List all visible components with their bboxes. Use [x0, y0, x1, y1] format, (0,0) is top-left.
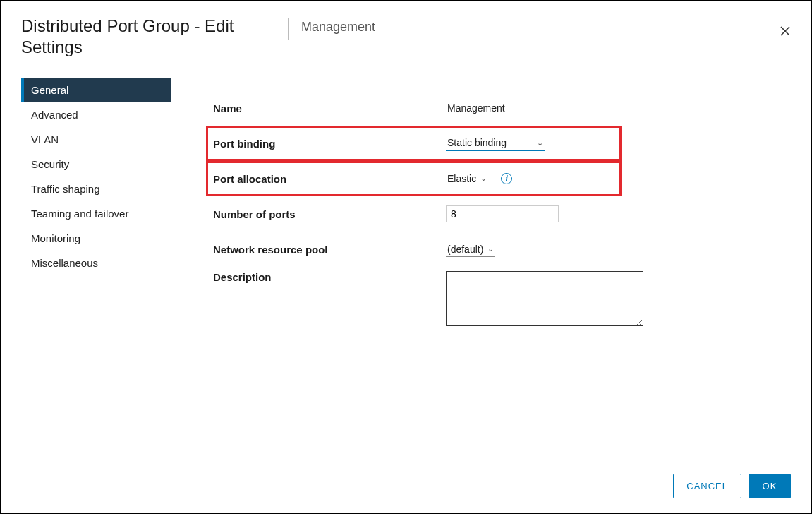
form-area: Name Port binding Static binding ⌄ Port …: [171, 78, 791, 326]
chevron-down-icon: ⌄: [487, 244, 494, 253]
sidebar-item-general[interactable]: General: [21, 78, 171, 102]
label-name: Name: [213, 102, 446, 114]
label-network-resource-pool: Network resource pool: [213, 244, 446, 256]
sidebar-item-traffic-shaping[interactable]: Traffic shaping: [21, 177, 171, 201]
sidebar-item-teaming-and-failover[interactable]: Teaming and failover: [21, 201, 171, 226]
sidebar-item-miscellaneous[interactable]: Miscellaneous: [21, 251, 171, 275]
label-port-binding: Port binding: [213, 138, 446, 150]
info-icon[interactable]: i: [501, 173, 512, 184]
sidebar-item-monitoring[interactable]: Monitoring: [21, 226, 171, 251]
name-input[interactable]: [446, 100, 559, 116]
number-of-ports-input[interactable]: [446, 205, 559, 222]
dialog-subtitle: Management: [301, 20, 375, 35]
chevron-down-icon: ⌄: [480, 174, 487, 183]
divider: [288, 18, 289, 40]
cancel-button[interactable]: CANCEL: [673, 474, 741, 498]
port-allocation-select[interactable]: Elastic ⌄: [446, 172, 488, 186]
label-description: Description: [213, 271, 446, 283]
network-resource-pool-value: (default): [447, 244, 483, 255]
chevron-down-icon: ⌄: [537, 138, 543, 148]
label-number-of-ports: Number of ports: [213, 208, 446, 220]
sidebar-item-security[interactable]: Security: [21, 152, 171, 177]
network-resource-pool-select[interactable]: (default) ⌄: [446, 242, 495, 257]
label-port-allocation: Port allocation: [213, 173, 446, 185]
port-binding-select[interactable]: Static binding ⌄: [446, 136, 545, 151]
port-allocation-value: Elastic: [447, 173, 476, 184]
dialog-title: Distributed Port Group - Edit Settings: [21, 16, 275, 58]
sidebar-item-advanced[interactable]: Advanced: [21, 102, 171, 127]
port-binding-value: Static binding: [447, 137, 507, 148]
ok-button[interactable]: OK: [749, 474, 791, 498]
close-icon[interactable]: [780, 24, 791, 40]
sidebar: General Advanced VLAN Security Traffic s…: [21, 78, 171, 326]
sidebar-item-vlan[interactable]: VLAN: [21, 127, 171, 152]
description-textarea[interactable]: [446, 271, 643, 326]
